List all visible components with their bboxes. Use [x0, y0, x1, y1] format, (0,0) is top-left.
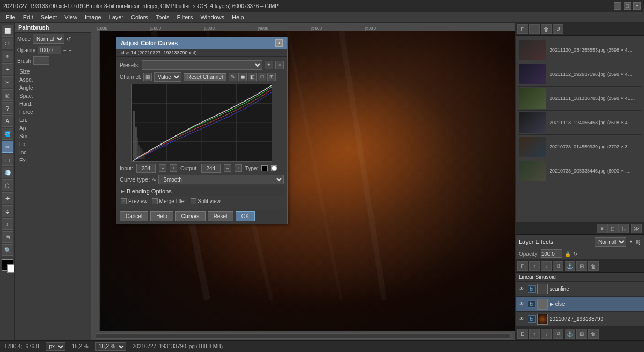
- menu-filters[interactable]: Filters: [173, 13, 197, 21]
- image-item-2[interactable]: 20211111_181336785.jpg (2598 × 46…: [518, 87, 642, 111]
- duplicate-btn[interactable]: —: [529, 24, 540, 34]
- heal-tool[interactable]: ✚: [2, 192, 13, 204]
- transform-tool[interactable]: ↕: [2, 218, 13, 230]
- paint-bucket-tool[interactable]: 🪣: [2, 128, 13, 140]
- dialog-close-button[interactable]: ×: [275, 39, 283, 47]
- preset-add-btn[interactable]: +: [265, 61, 273, 69]
- preset-menu-btn[interactable]: ≡: [275, 61, 284, 69]
- fuzzy-select-tool[interactable]: ✦: [2, 63, 13, 75]
- delete-layer-bottom-btn[interactable]: 🗑: [588, 329, 599, 339]
- color-picker-tool[interactable]: 🖹: [2, 231, 13, 243]
- channel-pick-light-btn[interactable]: □: [258, 73, 266, 81]
- channel-pick-mid-btn[interactable]: ◧: [248, 73, 257, 81]
- help-button[interactable]: Help: [150, 211, 173, 221]
- raise-layer-btn[interactable]: ↑: [529, 329, 540, 339]
- input-plus-btn[interactable]: +: [170, 164, 177, 172]
- paintbrush-tool[interactable]: ✏: [2, 141, 13, 153]
- curve-type-select[interactable]: Smooth: [158, 175, 284, 184]
- free-select-tool[interactable]: ⌖: [2, 51, 13, 62]
- input-value[interactable]: 254: [136, 164, 156, 173]
- reset-channel-button[interactable]: Reset Channel: [184, 73, 226, 81]
- output-value[interactable]: 244: [201, 164, 221, 173]
- curves-label-btn[interactable]: Curves: [175, 211, 206, 221]
- presets-select[interactable]: [142, 60, 262, 70]
- preview-checkbox[interactable]: ✓: [121, 198, 127, 204]
- duplicate-layer-bottom-btn[interactable]: ⧉: [553, 329, 564, 339]
- brush-preview[interactable]: [33, 56, 49, 65]
- text-tool[interactable]: A: [2, 115, 13, 127]
- clone-tool[interactable]: ⬡: [2, 179, 13, 191]
- image-item-4[interactable]: 20210728_014559939.jpg (2702 × 3…: [518, 135, 642, 159]
- mode-reset-icon[interactable]: ↺: [67, 36, 71, 42]
- minimize-button[interactable]: —: [614, 2, 621, 10]
- ellipse-select-tool[interactable]: ⬭: [2, 38, 13, 49]
- channel-pick-dark-btn[interactable]: ◼: [238, 73, 247, 81]
- menu-tools[interactable]: Tools: [152, 13, 173, 21]
- airbrush-tool[interactable]: 💨: [2, 167, 13, 178]
- merge-filter-checkbox[interactable]: [152, 198, 158, 204]
- merge-visible-btn[interactable]: ⊞: [576, 329, 587, 339]
- menu-help[interactable]: Help: [228, 13, 248, 21]
- anchor-layer-bottom-btn[interactable]: ⚓: [565, 329, 575, 339]
- panel-options-btn[interactable]: ≫: [631, 224, 642, 233]
- layer-main-photo[interactable]: 👁 fx 20210727_193133790: [516, 312, 644, 327]
- layer-clse-fx-badge[interactable]: fx: [528, 300, 536, 308]
- type-black-swatch[interactable]: [261, 165, 268, 171]
- merge-layer-btn[interactable]: ⊞: [576, 261, 587, 271]
- scissors-tool[interactable]: ✂: [2, 76, 13, 88]
- le-opacity-input[interactable]: [541, 249, 562, 258]
- output-minus-btn[interactable]: −: [224, 164, 231, 172]
- layers-icon-btn[interactable]: ≡: [597, 224, 608, 233]
- canvas-viewport[interactable]: Adjust Color Curves × clse-14 (20210727_…: [91, 31, 515, 331]
- image-item-1[interactable]: 20211112_092637196.jpg (2598 × 4…: [518, 62, 642, 87]
- preview-checkbox-item[interactable]: ✓ Preview: [121, 198, 148, 204]
- foreground-color[interactable]: [2, 259, 13, 271]
- blending-options-row[interactable]: ▶ Blending Options: [120, 186, 284, 196]
- split-view-checkbox[interactable]: [191, 198, 196, 204]
- channels-icon-btn[interactable]: □: [608, 224, 618, 233]
- new-image-btn[interactable]: 🗋: [517, 24, 528, 34]
- canvas-horizontal-scrollbar[interactable]: [91, 331, 515, 340]
- unit-select[interactable]: px: [46, 342, 65, 351]
- menu-edit[interactable]: Edit: [19, 13, 37, 21]
- opacity-minus[interactable]: −: [63, 47, 67, 53]
- layer-scanline[interactable]: 👁 fx scanline: [516, 282, 644, 297]
- type-white-swatch[interactable]: [271, 165, 277, 171]
- merge-filter-checkbox-item[interactable]: Merge filter: [152, 198, 186, 204]
- delete-layer-btn[interactable]: 🗑: [588, 261, 599, 271]
- new-layer-bottom-btn[interactable]: 🗋: [517, 329, 528, 339]
- mode-select[interactable]: Normal: [33, 34, 64, 44]
- channel-edit-btn[interactable]: ✎: [229, 73, 237, 81]
- layer-clse-visibility[interactable]: 👁: [517, 300, 526, 308]
- delete-btn[interactable]: 🗑: [541, 24, 552, 34]
- maximize-button[interactable]: □: [624, 2, 631, 10]
- menu-colors[interactable]: Colors: [127, 13, 152, 21]
- menu-file[interactable]: File: [2, 13, 19, 21]
- foreground-select-tool[interactable]: ◎: [2, 89, 13, 101]
- menu-layer[interactable]: Layer: [105, 13, 128, 21]
- layer-clse[interactable]: 👁 fx ▶ clse: [516, 297, 644, 312]
- menu-select[interactable]: Select: [37, 13, 61, 21]
- zoom-select[interactable]: 18,2 %: [95, 342, 126, 351]
- input-minus-btn[interactable]: −: [159, 164, 166, 172]
- h-scrollbar-track[interactable]: [96, 333, 511, 339]
- opacity-plus[interactable]: +: [69, 47, 72, 53]
- layer-main-visibility[interactable]: 👁: [517, 315, 526, 324]
- menu-image[interactable]: Image: [81, 13, 105, 21]
- layer-up-btn[interactable]: ↑: [529, 261, 540, 271]
- layer-down-btn[interactable]: ↓: [541, 261, 552, 271]
- split-view-checkbox-item[interactable]: Split view: [191, 198, 221, 204]
- lower-layer-btn[interactable]: ↓: [541, 329, 552, 339]
- le-sync-icon[interactable]: ↻: [573, 251, 577, 257]
- menu-windows[interactable]: Windows: [196, 13, 228, 21]
- rect-select-tool[interactable]: ⬜: [2, 25, 13, 37]
- channel-zoom-btn[interactable]: ⊞: [267, 73, 276, 81]
- zoom-tool[interactable]: 🔍: [2, 244, 13, 256]
- le-lock-icon[interactable]: 🔒: [565, 251, 571, 257]
- background-color[interactable]: [7, 264, 16, 273]
- eraser-tool[interactable]: ◻: [2, 154, 13, 166]
- reset-button[interactable]: Reset: [208, 211, 233, 221]
- layer-main-fx-badge[interactable]: fx: [528, 315, 536, 323]
- image-item-0[interactable]: 20211120_034255553.jpg (2598 × 4…: [518, 38, 642, 62]
- channel-histogram-btn[interactable]: ▦: [143, 73, 152, 81]
